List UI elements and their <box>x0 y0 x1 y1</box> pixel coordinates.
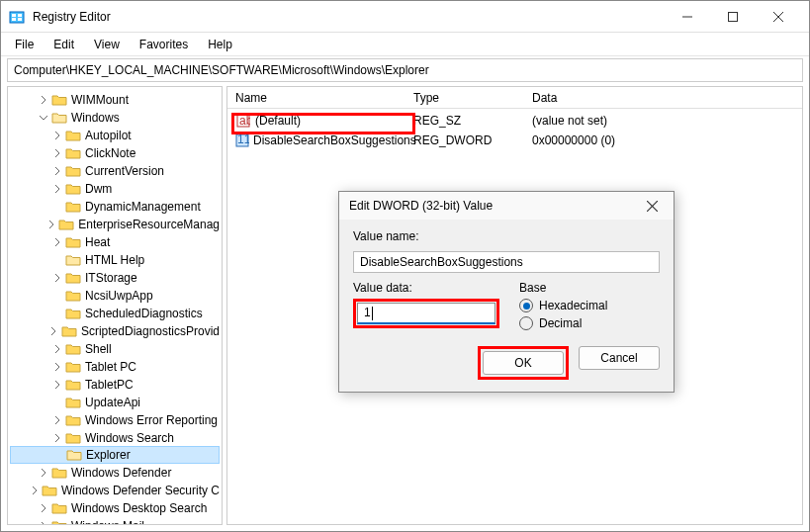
tree-item[interactable]: ITStorage <box>10 269 220 287</box>
address-bar[interactable]: Computer\HKEY_LOCAL_MACHINE\SOFTWARE\Mic… <box>7 58 803 82</box>
folder-icon <box>65 253 81 267</box>
tree-pane[interactable]: WIMMountWindowsAutopilotClickNoteCurrent… <box>7 86 223 525</box>
maximize-button[interactable] <box>710 1 756 33</box>
tree-item[interactable]: Autopilot <box>10 127 220 144</box>
tree-item-label: Windows Defender <box>71 466 171 480</box>
window-title: Registry Editor <box>33 10 665 24</box>
tree-item-label: Windows Error Reporting <box>85 413 218 427</box>
folder-icon <box>65 182 81 196</box>
chevron-right-icon[interactable] <box>51 414 63 426</box>
chevron-right-icon[interactable] <box>51 432 63 444</box>
tree-item[interactable]: DynamicManagement <box>10 198 220 216</box>
list-header: Name Type Data <box>227 87 802 109</box>
menu-view[interactable]: View <box>86 36 128 53</box>
tree-item-label: ScheduledDiagnostics <box>85 307 203 320</box>
radio-decimal[interactable]: Decimal <box>519 316 607 330</box>
tree-item[interactable]: Tablet PC <box>10 358 220 376</box>
window-controls <box>665 1 801 33</box>
list-row[interactable]: 110DisableSearchBoxSuggestionsREG_DWORD0… <box>235 131 802 150</box>
cancel-button[interactable]: Cancel <box>579 346 660 370</box>
tree-item[interactable]: Windows Mail <box>10 517 220 525</box>
svg-text:ab: ab <box>239 114 250 128</box>
list-row[interactable]: ab(Default)REG_SZ(value not set) <box>235 111 802 131</box>
folder-icon <box>51 501 67 515</box>
tree-item-label: NcsiUwpApp <box>85 289 153 303</box>
chevron-right-icon <box>51 290 63 302</box>
col-header-data[interactable]: Data <box>532 91 802 105</box>
tree-item[interactable]: CurrentVersion <box>10 162 220 180</box>
tree-item[interactable]: EnterpriseResourceManag <box>10 216 220 233</box>
menu-edit[interactable]: Edit <box>45 36 82 53</box>
chevron-right-icon[interactable] <box>51 147 63 159</box>
chevron-right-icon[interactable] <box>38 520 49 525</box>
tree-item[interactable]: Dwm <box>10 180 220 198</box>
dialog-close-button[interactable] <box>640 194 664 218</box>
tree-item[interactable]: UpdateApi <box>10 394 220 411</box>
menu-favorites[interactable]: Favorites <box>132 36 196 53</box>
tree-item[interactable]: Windows Error Reporting <box>10 411 220 429</box>
close-button[interactable] <box>756 1 801 33</box>
radio-hexadecimal[interactable]: Hexadecimal <box>519 299 607 312</box>
col-header-type[interactable]: Type <box>413 91 532 105</box>
tree-item-label: Windows Search <box>85 431 174 445</box>
tree-item-label: ITStorage <box>85 271 137 285</box>
chevron-right-icon[interactable] <box>51 379 63 391</box>
chevron-right-icon[interactable] <box>51 343 63 355</box>
tree-item[interactable]: Windows Search <box>10 429 220 447</box>
tree-item[interactable]: ClickNote <box>10 144 220 162</box>
chevron-right-icon[interactable] <box>51 361 63 373</box>
chevron-right-icon[interactable] <box>51 236 63 248</box>
titlebar: Registry Editor <box>1 1 809 33</box>
tree-item-label: Autopilot <box>85 129 132 142</box>
chevron-right-icon[interactable] <box>51 165 63 177</box>
svg-rect-4 <box>18 18 22 21</box>
tree-item[interactable]: ScheduledDiagnostics <box>10 305 220 322</box>
chevron-right-icon[interactable] <box>51 130 63 141</box>
folder-icon <box>65 396 81 409</box>
minimize-button[interactable] <box>665 1 710 33</box>
chevron-right-icon[interactable] <box>51 183 63 195</box>
tree-item-label: Tablet PC <box>85 360 136 374</box>
tree-item[interactable]: HTML Help <box>10 251 220 269</box>
tree-item[interactable]: Shell <box>10 340 220 358</box>
tree-item[interactable]: NcsiUwpApp <box>10 287 220 305</box>
tree-item[interactable]: Heat <box>10 233 220 251</box>
folder-icon <box>65 360 81 374</box>
folder-icon <box>65 235 81 249</box>
menu-file[interactable]: File <box>7 36 42 53</box>
chevron-right-icon[interactable] <box>48 325 59 337</box>
tree-item[interactable]: Windows Defender Security C <box>10 482 220 499</box>
tree-item[interactable]: Explorer <box>10 446 220 464</box>
menu-help[interactable]: Help <box>200 36 240 53</box>
tree-item[interactable]: Windows Defender <box>10 464 220 482</box>
chevron-right-icon[interactable] <box>38 94 49 106</box>
col-header-name[interactable]: Name <box>235 91 413 105</box>
dialog-buttons: OK Cancel <box>339 340 674 392</box>
chevron-right-icon[interactable] <box>38 467 49 479</box>
string-value-icon: ab <box>235 113 251 129</box>
tree-item[interactable]: WIMMount <box>10 91 220 109</box>
radio-hex-label: Hexadecimal <box>539 299 607 312</box>
tree-item[interactable]: Windows Desktop Search <box>10 499 220 517</box>
chevron-right-icon[interactable] <box>51 272 63 284</box>
ok-button[interactable]: OK <box>483 351 564 375</box>
svg-rect-3 <box>18 14 22 17</box>
chevron-right-icon[interactable] <box>38 502 49 514</box>
tree-item-label: Shell <box>85 342 112 356</box>
chevron-down-icon[interactable] <box>38 112 49 124</box>
tree-item[interactable]: ScriptedDiagnosticsProvid <box>10 322 220 340</box>
menubar: File Edit View Favorites Help <box>1 33 809 56</box>
tree-item[interactable]: TabletPC <box>10 376 220 394</box>
chevron-right-icon[interactable] <box>46 219 57 230</box>
tree-item-label: UpdateApi <box>85 396 140 409</box>
value-data-input[interactable]: 1 <box>357 303 495 324</box>
chevron-right-icon <box>51 308 63 319</box>
chevron-right-icon <box>52 449 64 461</box>
folder-icon <box>65 200 81 214</box>
folder-icon <box>65 413 81 427</box>
folder-icon <box>66 448 82 462</box>
tree-item[interactable]: Windows <box>10 109 220 127</box>
tree-item-label: ClickNote <box>85 146 135 160</box>
value-name-field[interactable]: DisableSearchBoxSuggestions <box>353 251 660 273</box>
chevron-right-icon[interactable] <box>31 485 40 496</box>
